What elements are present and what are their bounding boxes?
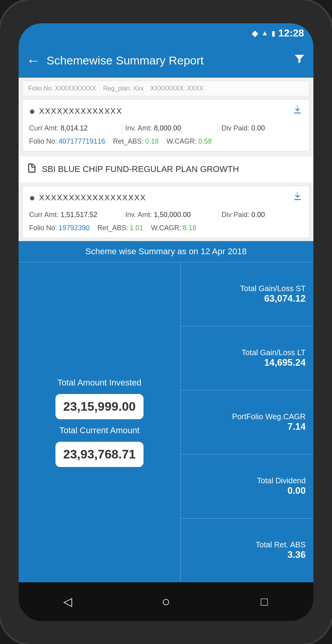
fund-card-1-header: ● XXXXXXXXXXXXXX: [23, 100, 309, 123]
total-dividend-label: Total Dividend: [257, 476, 306, 485]
fund-2-folio-value: 19792390: [59, 224, 90, 232]
total-invested-label: Total Amount Invested: [57, 378, 141, 388]
main-content: Folio No: XXXXXXXXXX Reg_plan: Xxx XXXXX…: [19, 78, 313, 582]
inv-amt-label-1: Inv. Amt:: [125, 124, 152, 132]
div-paid-label-1: Div Paid:: [221, 124, 249, 132]
total-current-box: 23,93,768.71: [55, 442, 144, 467]
filter-button[interactable]: [293, 53, 306, 68]
total-dividend-value: 0.00: [287, 485, 306, 496]
fund-2-inv-amt: Inv. Amt: 1,50,000.00: [125, 211, 215, 219]
inv-amt-label-2: Inv. Amt:: [125, 211, 152, 219]
scheme-title: SBI BLUE CHIP FUND-REGULAR PLAN GROWTH: [42, 164, 239, 174]
fund-2-retabs-value: 1.01: [130, 224, 143, 232]
total-ret-abs-value: 3.36: [287, 549, 306, 560]
total-current-value: 23,93,768.71: [63, 447, 136, 461]
nav-back-button[interactable]: ◁: [59, 592, 77, 611]
nav-recent-button[interactable]: □: [255, 592, 273, 611]
wifi-icon: ◆: [252, 28, 258, 38]
gain-loss-lt-value: 14,695.24: [264, 357, 306, 368]
curr-amt-label-2: Curr Amt:: [29, 211, 59, 219]
fund-2-wcagr-label: W.CAGR:: [151, 224, 181, 232]
phone-screen: ◆ ▲ ▮ 12:28 ← Schemewise Summary Report …: [19, 23, 313, 621]
inv-amt-value-2: 1,50,000.00: [154, 211, 191, 219]
fund-card-2: ● XXXXXXXXXXXXXXXXXX Curr Amt: 1,51,517.…: [22, 186, 310, 238]
status-icons: ◆ ▲ ▮ 12:28: [252, 27, 304, 39]
total-current-label: Total Current Amount: [59, 425, 140, 436]
summary-header: Scheme wise Summary as on 12 Apr 2018: [19, 241, 313, 262]
back-nav-icon: ◁: [63, 595, 72, 608]
fund-2-download-btn[interactable]: [292, 191, 303, 205]
div-paid-value-1: 0.00: [251, 124, 265, 132]
gain-loss-lt-item: Total Gain/Loss LT 14,695.24: [181, 326, 313, 391]
user-icon-1: ●: [29, 105, 35, 117]
inv-amt-value-1: 8,000.00: [154, 124, 181, 132]
portfolio-cagr-item: PortFolio Weg.CAGR 7.14: [181, 391, 313, 455]
summary-right: Total Gain/Loss ST 63,074.12 Total Gain/…: [180, 262, 313, 582]
user-icon-2: ●: [29, 192, 35, 204]
summary-left: Total Amount Invested 23,15,999.00 Total…: [19, 262, 180, 582]
app-bar: ← Schemewise Summary Report: [19, 43, 313, 78]
status-bar: ◆ ▲ ▮ 12:28: [19, 23, 313, 43]
fund-2-row2: Folio No: 19792390 Ret_ABS: 1.01 W.CAGR:…: [29, 224, 303, 232]
nav-home-button[interactable]: ○: [157, 592, 175, 611]
portfolio-cagr-value: 7.14: [287, 421, 306, 432]
partial-fund-row: Folio No: XXXXXXXXXX Reg_plan: Xxx XXXXX…: [22, 81, 310, 96]
back-button[interactable]: ←: [26, 52, 40, 69]
portfolio-cagr-label: PortFolio Weg.CAGR: [232, 412, 306, 421]
fund-1-folio-value: 407177719116: [59, 137, 105, 146]
fund-1-div-paid: Div Paid: 0.00: [221, 124, 303, 132]
total-invested-box: 23,15,999.00: [55, 394, 144, 419]
status-time: 12:28: [278, 27, 304, 39]
total-ret-abs-item: Total Ret. ABS 3.36: [181, 519, 313, 582]
gain-loss-st-item: Total Gain/Loss ST 63,074.12: [181, 262, 313, 326]
div-paid-value-2: 0.00: [251, 211, 265, 219]
scheme-header: SBI BLUE CHIP FUND-REGULAR PLAN GROWTH: [19, 156, 313, 183]
total-invested-value: 23,15,999.00: [63, 399, 136, 413]
fund-1-curr-amt: Curr Amt: 8,014.12: [29, 124, 119, 132]
divider-1: [122, 123, 122, 134]
fund-2-div-paid: Div Paid: 0.00: [221, 211, 303, 219]
divider-4: [218, 209, 218, 221]
summary-section: Scheme wise Summary as on 12 Apr 2018 To…: [19, 241, 313, 582]
fund-2-row1: Curr Amt: 1,51,517.52 Inv. Amt: 1,50,000…: [29, 209, 303, 221]
signal-icon: ▲: [261, 29, 268, 37]
battery-icon: ▮: [271, 29, 275, 38]
partial-folio: Folio No: XXXXXXXXXX Reg_plan: Xxx XXXXX…: [28, 85, 204, 92]
curr-amt-label-1: Curr Amt:: [29, 124, 59, 132]
fund-2-curr-amt: Curr Amt: 1,51,517.52: [29, 211, 119, 219]
fund-card-2-header: ● XXXXXXXXXXXXXXXXXX: [23, 186, 309, 209]
fund-1-details: Curr Amt: 8,014.12 Inv. Amt: 8,000.00 Di…: [23, 123, 309, 151]
total-dividend-item: Total Dividend 0.00: [181, 455, 313, 519]
fund-1-folio-label: Folio No:: [29, 137, 57, 146]
fund-2-username: XXXXXXXXXXXXXXXXXX: [39, 193, 146, 202]
fund-2-retabs-label: Ret_ABS:: [97, 224, 128, 232]
divider-2: [218, 123, 218, 134]
home-nav-icon: ○: [162, 594, 170, 610]
fund-1-download-btn[interactable]: [292, 104, 303, 118]
phone-frame: ◆ ▲ ▮ 12:28 ← Schemewise Summary Report …: [0, 0, 332, 644]
fund-1-wcagr-label: W.CAGR:: [166, 137, 197, 146]
total-ret-abs-label: Total Ret. ABS: [256, 540, 306, 549]
fund-1-username: XXXXXXXXXXXXXX: [39, 107, 123, 116]
bottom-nav: ◁ ○ □: [19, 582, 313, 621]
fund-1-wcagr-value: 0.58: [198, 137, 212, 146]
fund-2-user-info: ● XXXXXXXXXXXXXXXXXX: [29, 192, 146, 204]
gain-loss-lt-label: Total Gain/Loss LT: [242, 348, 306, 357]
fund-1-row2: Folio No: 407177719116 Ret_ABS: 0.18 W.C…: [29, 137, 303, 146]
curr-amt-value-2: 1,51,517.52: [61, 211, 97, 219]
fund-2-folio-label: Folio No:: [29, 224, 57, 232]
curr-amt-value-1: 8,014.12: [61, 124, 88, 132]
divider-3: [122, 209, 122, 221]
fund-1-retabs-value: 0.18: [145, 137, 159, 146]
div-paid-label-2: Div Paid:: [221, 211, 249, 219]
scheme-icon: [26, 163, 37, 176]
fund-1-row1: Curr Amt: 8,014.12 Inv. Amt: 8,000.00 Di…: [29, 123, 303, 134]
fund-2-wcagr-value: 8.18: [183, 224, 196, 232]
fund-1-retabs-label: Ret_ABS:: [113, 137, 144, 146]
fund-1-user-info: ● XXXXXXXXXXXXXX: [29, 105, 122, 117]
summary-body: Total Amount Invested 23,15,999.00 Total…: [19, 262, 313, 582]
gain-loss-st-value: 63,074.12: [264, 293, 306, 304]
app-title: Schemewise Summary Report: [47, 54, 293, 67]
recent-nav-icon: □: [261, 595, 268, 608]
gain-loss-st-label: Total Gain/Loss ST: [240, 284, 306, 293]
